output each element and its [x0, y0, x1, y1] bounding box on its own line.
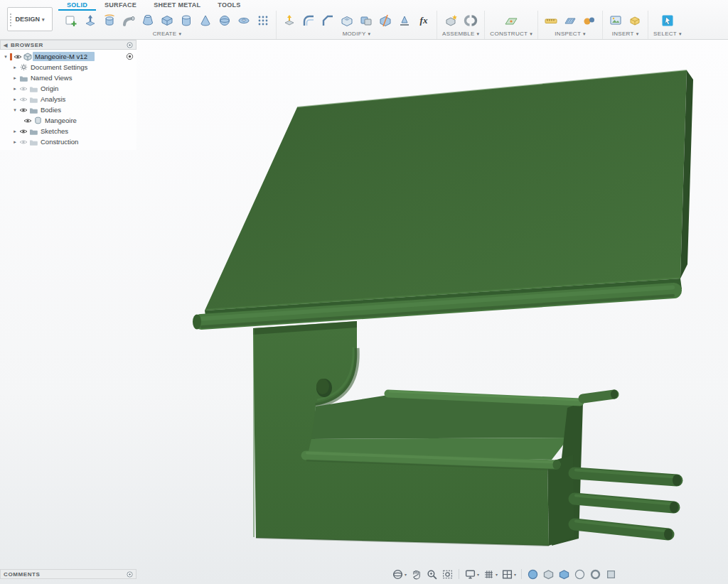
press-pull-button[interactable]	[280, 11, 299, 30]
zoom-button[interactable]	[425, 567, 439, 581]
shell-button[interactable]	[338, 11, 356, 30]
comments-header[interactable]: COMMENTS	[0, 569, 136, 579]
comments-options-button[interactable]	[127, 571, 133, 578]
new-component-button[interactable]	[442, 11, 461, 30]
viewport-canvas[interactable]: ◀ BROWSER ▾ Mangeoire-M v12 ▸ Document S…	[0, 40, 728, 584]
draft-button[interactable]	[395, 11, 414, 30]
joint-button[interactable]	[461, 11, 480, 30]
display-settings-button[interactable]: ▾	[464, 567, 480, 581]
loft-button[interactable]	[139, 11, 157, 30]
comments-title: COMMENTS	[4, 571, 40, 578]
visibility-eye-icon[interactable]	[18, 97, 28, 102]
insert-dropdown[interactable]: INSERT ▾	[611, 31, 641, 39]
gear-icon	[18, 63, 28, 71]
grid-snaps-button[interactable]: ▾	[482, 567, 498, 581]
visibility-eye-icon[interactable]	[18, 86, 28, 92]
design-menu-button[interactable]: DESIGN ▾	[7, 7, 53, 31]
expander-icon[interactable]: ▸	[11, 75, 18, 81]
modify-label: MODIFY	[343, 31, 366, 37]
create-dropdown[interactable]: CREATE ▾	[151, 31, 183, 39]
pan-button[interactable]	[410, 567, 423, 581]
construct-dropdown[interactable]: CONSTRUCT ▾	[488, 31, 534, 39]
expander-icon[interactable]: ▸	[11, 129, 18, 134]
create-sketch-button[interactable]	[62, 11, 80, 30]
nav-toggle-5[interactable]	[589, 567, 602, 581]
fx-icon: fx	[420, 15, 428, 26]
fit-button[interactable]	[441, 567, 454, 581]
construction-plane-button[interactable]	[502, 11, 520, 30]
expander-icon[interactable]: ▸	[11, 97, 18, 102]
inspect-dropdown[interactable]: INSPECT ▾	[553, 31, 587, 39]
measure-button[interactable]	[542, 11, 560, 30]
expander-icon[interactable]: ▾	[11, 107, 18, 113]
modify-dropdown[interactable]: MODIFY ▾	[341, 31, 373, 39]
tree-item-root[interactable]: ▾ Mangeoire-M v12	[0, 51, 136, 62]
tree-item-label: Analysis	[38, 95, 68, 103]
folder-icon	[28, 107, 38, 114]
sweep-button[interactable]	[119, 11, 138, 30]
browser-options-button[interactable]	[127, 42, 133, 48]
nav-toggle-3[interactable]	[557, 567, 571, 581]
nav-toggle-1[interactable]	[526, 567, 540, 581]
tree-item-origin[interactable]: ▸ Origin	[0, 83, 136, 94]
fillet-icon	[301, 13, 316, 28]
visibility-eye-icon[interactable]	[13, 54, 23, 60]
tree-item-mangeoire-body[interactable]: Mangeoire	[0, 115, 136, 126]
tab-tools[interactable]: TOOLS	[209, 0, 249, 11]
viewports-button[interactable]: ▾	[500, 567, 517, 581]
feeder-roof[interactable]	[193, 70, 693, 330]
pattern-button[interactable]	[254, 11, 272, 30]
insert-mesh-button[interactable]	[626, 11, 644, 30]
feeder-perches[interactable]	[574, 470, 681, 541]
expander-icon[interactable]: ▸	[11, 139, 18, 145]
expander-icon[interactable]: ▸	[11, 65, 18, 70]
tree-item-named-views[interactable]: ▸ Named Views	[0, 72, 136, 83]
cone-button[interactable]	[196, 11, 215, 30]
folder-icon	[28, 128, 38, 135]
select-dropdown[interactable]: SELECT ▾	[652, 31, 683, 39]
visibility-eye-icon[interactable]	[18, 107, 28, 113]
tree-item-sketches[interactable]: ▸ Sketches	[0, 126, 136, 136]
pan-hand-icon	[410, 568, 422, 580]
revolve-button[interactable]	[100, 11, 119, 30]
cylinder-button[interactable]	[177, 11, 196, 30]
expander-icon[interactable]: ▾	[2, 54, 9, 60]
nav-toggle-4[interactable]	[573, 567, 587, 581]
tree-item-document-settings[interactable]: ▸ Document Settings	[0, 62, 136, 72]
change-parameters-button[interactable]: fx	[414, 11, 433, 30]
section-analysis-button[interactable]	[561, 11, 579, 30]
insert-canvas-button[interactable]	[606, 11, 625, 30]
orbit-button[interactable]: ▾	[391, 567, 407, 581]
box-button[interactable]	[158, 11, 176, 30]
nav-toggle-6[interactable]	[604, 567, 618, 581]
tree-item-construction[interactable]: ▸ Construction	[0, 136, 136, 147]
sphere-button[interactable]	[215, 11, 234, 30]
assemble-dropdown[interactable]: ASSEMBLE ▾	[441, 31, 481, 39]
toolbar-group-insert: INSERT ▾	[603, 11, 648, 39]
visibility-eye-icon[interactable]	[18, 139, 28, 145]
select-button[interactable]	[658, 11, 677, 30]
curvature-analysis-button[interactable]	[580, 11, 599, 30]
chamfer-button[interactable]	[318, 11, 337, 30]
section-analysis-icon	[563, 13, 577, 28]
tab-surface[interactable]: SURFACE	[96, 0, 145, 11]
torus-button[interactable]	[235, 11, 253, 30]
combine-button[interactable]	[357, 11, 375, 30]
browser-header[interactable]: ◀ BROWSER	[0, 40, 136, 50]
fillet-button[interactable]	[299, 11, 318, 30]
tree-item-bodies[interactable]: ▾ Bodies	[0, 104, 136, 115]
split-body-button[interactable]	[376, 11, 395, 30]
insert-canvas-icon	[609, 13, 623, 28]
extrude-button[interactable]	[81, 11, 100, 30]
expander-icon[interactable]: ▸	[11, 86, 18, 92]
tab-solid[interactable]: SOLID	[58, 0, 96, 11]
tree-item-analysis[interactable]: ▸ Analysis	[0, 94, 136, 104]
visibility-eye-icon[interactable]	[23, 118, 33, 124]
nav-toggle-2[interactable]	[542, 567, 555, 581]
tab-sheet-metal[interactable]: SHEET METAL	[145, 0, 209, 11]
collapse-panel-icon[interactable]: ◀	[4, 43, 8, 48]
root-component-label[interactable]: Mangeoire-M v12	[33, 52, 95, 61]
tree-item-label: Named Views	[28, 74, 74, 82]
activate-component-radio[interactable]	[126, 53, 134, 60]
visibility-eye-icon[interactable]	[18, 129, 28, 134]
